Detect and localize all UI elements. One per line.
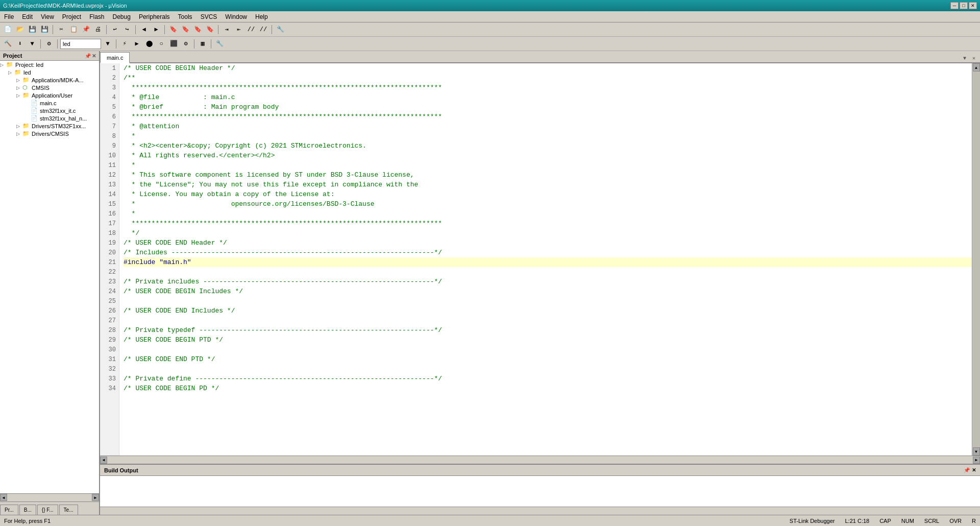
code-line-26[interactable]: /* USER CODE END Includes */ [124, 306, 972, 316]
tree-item-5[interactable]: 📄main.c [0, 99, 99, 107]
code-line-11[interactable]: * [124, 160, 972, 170]
panel-tab-3[interactable]: Te... [59, 505, 78, 515]
code-line-6[interactable]: ****************************************… [124, 112, 972, 122]
code-line-2[interactable]: /** [124, 73, 972, 83]
code-line-17[interactable]: ****************************************… [124, 219, 972, 228]
tree-item-7[interactable]: 📄stm32f1xx_hal_n... [0, 114, 99, 122]
hscroll-right[interactable]: ▶ [92, 494, 99, 501]
code-line-24[interactable]: /* USER CODE BEGIN Includes */ [124, 286, 972, 296]
menu-file[interactable]: File [0, 11, 18, 22]
menu-view[interactable]: View [37, 11, 58, 22]
vscroll-up[interactable]: ▲ [973, 63, 980, 71]
bookmark2-button[interactable]: 🔖 [180, 24, 191, 35]
tab-expand-button[interactable]: ▼ [961, 54, 969, 62]
config-btn[interactable]: 🔧 [214, 38, 225, 50]
code-line-34[interactable]: /* USER CODE BEGIN PD */ [124, 384, 972, 393]
tree-arrow-4[interactable]: ▷ [16, 93, 22, 98]
prev-button[interactable]: ◀ [138, 24, 150, 35]
new-file-button[interactable]: 📄 [2, 24, 13, 35]
tree-item-9[interactable]: ▷📁Drivers/CMSIS [0, 130, 99, 137]
code-line-27[interactable] [124, 316, 972, 325]
code-line-18[interactable]: */ [124, 228, 972, 238]
panel-tab-2[interactable]: {} F... [37, 505, 58, 515]
code-line-5[interactable]: * @brief : Main program body [124, 102, 972, 112]
redo-button[interactable]: ↪ [121, 24, 133, 35]
hscroll-left[interactable]: ◀ [0, 494, 7, 501]
tree-arrow-2[interactable]: ▷ [16, 78, 22, 83]
menu-svcs[interactable]: SVCS [197, 11, 222, 22]
minimize-button[interactable]: ─ [950, 2, 959, 9]
debug-btn2[interactable]: ▶ [131, 38, 142, 50]
bookmark3-button[interactable]: 🔖 [192, 24, 203, 35]
open-button[interactable]: 📂 [14, 24, 26, 35]
copy-button[interactable]: 📋 [68, 24, 79, 35]
print-button[interactable]: 🖨 [92, 24, 104, 35]
options-button[interactable]: ⚙ [43, 38, 55, 50]
cut-button[interactable]: ✂ [56, 24, 67, 35]
menu-debug[interactable]: Debug [109, 11, 135, 22]
tree-item-2[interactable]: ▷📁Application/MDK-A... [0, 76, 99, 84]
save-button[interactable]: 💾 [27, 24, 38, 35]
tab-close-button[interactable]: ✕ [970, 54, 978, 62]
code-line-30[interactable] [124, 345, 972, 354]
project-hscroll[interactable]: ◀ ▶ [0, 493, 99, 501]
bookmark4-button[interactable]: 🔖 [204, 24, 215, 35]
debug-btn1[interactable]: ⚡ [119, 38, 130, 50]
panel-tab-0[interactable]: Pr... [0, 505, 18, 515]
indent-button[interactable]: ⇥ [221, 24, 232, 35]
comment-button[interactable]: // [246, 24, 257, 35]
menu-flash[interactable]: Flash [85, 11, 108, 22]
next-button[interactable]: ▶ [151, 24, 162, 35]
maximize-button[interactable]: □ [960, 2, 968, 9]
project-close-icon[interactable]: ✕ [92, 53, 96, 59]
code-line-29[interactable]: /* USER CODE BEGIN PTD */ [124, 335, 972, 345]
tree-arrow-9[interactable]: ▷ [16, 131, 22, 136]
menu-project[interactable]: Project [58, 11, 85, 22]
tree-item-0[interactable]: ▷📁Project: led [0, 61, 99, 68]
build-close-icon[interactable]: ✕ [972, 467, 976, 473]
debug-btn5[interactable]: ⬛ [168, 38, 179, 50]
ehscroll-right[interactable]: ▶ [973, 457, 980, 464]
bookmark-button[interactable]: 🔖 [167, 24, 179, 35]
dropdown-arrow[interactable]: ▼ [102, 38, 113, 50]
tree-item-6[interactable]: 📄stm32f1xx_it.c [0, 107, 99, 114]
code-line-9[interactable]: * <h2><center>&copy; Copyright (c) 2021 … [124, 141, 972, 151]
code-line-1[interactable]: /* USER CODE BEGIN Header */ [124, 63, 972, 73]
code-line-20[interactable]: /* Includes ----------------------------… [124, 248, 972, 257]
code-line-3[interactable]: ****************************************… [124, 83, 972, 92]
editor-vscroll[interactable]: ▲ ▼ [972, 63, 980, 456]
undo-button[interactable]: ↩ [109, 24, 120, 35]
code-line-28[interactable]: /* Private typedef ---------------------… [124, 325, 972, 335]
code-line-21[interactable]: #include "main.h" [124, 257, 972, 267]
load-button[interactable]: ⬇ [14, 38, 26, 50]
code-line-15[interactable]: * opensource.org/licenses/BSD-3-Clause [124, 199, 972, 209]
code-line-14[interactable]: * License. You may obtain a copy of the … [124, 189, 972, 199]
tree-arrow-0[interactable]: ▷ [0, 62, 6, 67]
menu-help[interactable]: Help [251, 11, 272, 22]
menu-edit[interactable]: Edit [18, 11, 37, 22]
menu-peripherals[interactable]: Peripherals [135, 11, 174, 22]
code-line-8[interactable]: * [124, 131, 972, 141]
tree-item-1[interactable]: ▷📁led [0, 68, 99, 76]
build-button[interactable]: 🔨 [2, 38, 13, 50]
tree-item-4[interactable]: ▷📁Application/User [0, 91, 99, 99]
tree-item-3[interactable]: ▷⬡CMSIS [0, 84, 99, 91]
panel-tab-1[interactable]: B... [19, 505, 36, 515]
uncomment-button[interactable]: // [258, 24, 269, 35]
code-line-31[interactable]: /* USER CODE END PTD */ [124, 354, 972, 364]
code-line-23[interactable]: /* Private includes --------------------… [124, 277, 972, 286]
tree-item-8[interactable]: ▷📁Drivers/STM32F1xx... [0, 122, 99, 130]
editor-hscroll[interactable]: ◀ ▶ [100, 456, 980, 464]
menu-tools[interactable]: Tools [174, 11, 197, 22]
close-button[interactable]: ✕ [969, 2, 977, 9]
code-line-7[interactable]: * @attention [124, 122, 972, 131]
code-line-19[interactable]: /* USER CODE END Header */ [124, 238, 972, 248]
tree-arrow-1[interactable]: ▷ [8, 70, 14, 75]
more-button[interactable]: ▼ [27, 38, 38, 50]
menu-window[interactable]: Window [221, 11, 251, 22]
code-line-25[interactable] [124, 296, 972, 306]
code-content[interactable]: /* USER CODE BEGIN Header *//** ********… [119, 63, 972, 456]
code-line-22[interactable] [124, 267, 972, 277]
vscroll-down[interactable]: ▼ [973, 447, 980, 456]
build-pin-icon[interactable]: 📌 [964, 467, 970, 473]
